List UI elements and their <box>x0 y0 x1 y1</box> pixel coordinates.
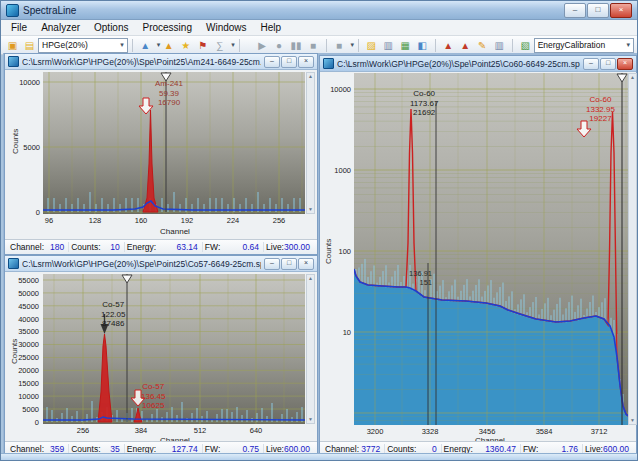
x-tick: 384 <box>126 426 156 435</box>
window-close-button[interactable]: × <box>617 58 633 70</box>
mdi-client-area: C:\Lsrm\Work\GP\HPGe(20%)\Spe\Point25\Am… <box>3 53 637 456</box>
peak-area: 87486 <box>101 319 125 329</box>
menu-bar: File Analyzer Options Processing Windows… <box>1 20 637 36</box>
start-acquisition-button[interactable]: ▶ <box>254 38 271 53</box>
maximize-button[interactable]: □ <box>587 3 609 18</box>
y-tick: 10000 <box>12 78 40 87</box>
peak-label-co60-main: Co-60 1173.67 21692 <box>410 89 438 118</box>
am241-peak <box>143 110 158 212</box>
record-button[interactable]: ● <box>271 38 288 53</box>
stop-all-dropdown-icon[interactable]: ▾ <box>350 41 354 49</box>
y-tick: 5000 <box>11 405 39 414</box>
cursor-marker[interactable] <box>617 74 627 82</box>
app-statusbar <box>1 453 637 460</box>
menu-processing[interactable]: Processing <box>136 22 199 33</box>
stop-button[interactable]: ■ <box>305 38 322 53</box>
cascade-spectra-icon[interactable]: ▣ <box>4 38 21 53</box>
window-titlebar-co57[interactable]: C:\Lsrm\Work\GP\HPGe(20%)\Spe\Point25\Co… <box>5 256 317 272</box>
window-maximize-button[interactable]: □ <box>281 258 297 270</box>
peak-nuclide: Co-60 <box>410 89 438 99</box>
x-tick: 3584 <box>529 427 559 436</box>
x-tick: 3712 <box>584 427 614 436</box>
stop-all-button[interactable]: ■ <box>330 38 347 53</box>
peak-nuclide: Co-57 <box>141 382 165 392</box>
window-titlebar-am241[interactable]: C:\Lsrm\Work\GP\HPGe(20%)\Spe\Point25\Am… <box>5 54 317 70</box>
peak-label-am241: Am-241 59.39 16790 <box>155 79 183 108</box>
menu-analyzer[interactable]: Analyzer <box>34 22 87 33</box>
spectrum-file-icon <box>8 258 19 269</box>
scroll-up-icon[interactable]: ▲ <box>307 275 314 282</box>
efficiency-icon[interactable]: ★ <box>177 38 194 53</box>
scroll-down-icon[interactable]: ▼ <box>629 417 636 424</box>
report-icon[interactable]: ▥ <box>491 38 508 53</box>
window-maximize-button[interactable]: □ <box>281 56 297 68</box>
save-spectrum-icon[interactable]: ▥ <box>380 38 397 53</box>
spectrum-plot-co57[interactable]: Co-57 122.05 87486 Co-57 136.45 10625 <box>43 274 305 424</box>
status-fw-label: FW: <box>205 242 220 252</box>
spectrum-window-co60: C:\Lsrm\Work\GP\HPGe(20%)\Spe\Point25\Co… <box>319 55 637 457</box>
scroll-up-icon[interactable]: ▲ <box>629 74 636 81</box>
close-button[interactable]: × <box>610 3 632 18</box>
menu-help[interactable]: Help <box>254 22 289 33</box>
calibration-icon[interactable]: ▧ <box>517 38 534 53</box>
status-live-value: 300.00 <box>284 242 310 252</box>
detector-select[interactable]: HPGe(20%)▾ <box>38 38 128 53</box>
pause-button[interactable]: ▮▮ <box>288 38 305 53</box>
scroll-down-icon[interactable]: ▼ <box>307 416 314 423</box>
x-tick: 160 <box>126 216 156 225</box>
peak-energy: 122.05 <box>101 310 125 320</box>
y-tick: 10 <box>323 328 351 337</box>
scroll-up-icon[interactable]: ▲ <box>307 73 314 80</box>
sum-icon[interactable]: ∑ <box>211 38 228 53</box>
peak-marker-icon[interactable]: ▲ <box>440 38 457 53</box>
identify-peaks-icon[interactable]: ▲ <box>137 38 154 53</box>
x-tick: 256 <box>68 426 98 435</box>
library-icon[interactable]: ▤ <box>21 38 38 53</box>
plot-scrollbar[interactable]: ▲ ▼ <box>628 73 637 425</box>
window-minimize-button[interactable]: – <box>264 258 280 270</box>
sum-dropdown-icon[interactable]: ▾ <box>231 41 235 49</box>
window-minimize-button[interactable]: – <box>583 58 599 70</box>
spectrum-plot-co60[interactable]: Co-60 1173.67 21692 Co-60 1332.95 19227 … <box>354 73 628 425</box>
window-title: C:\Lsrm\Work\GP\HPGe(20%)\Spe\Point25\Am… <box>22 57 261 67</box>
detector-select-value: HPGe(20%) <box>42 40 88 50</box>
minimize-button[interactable]: – <box>564 3 586 18</box>
plot-scrollbar[interactable]: ▲ ▼ <box>306 72 315 214</box>
peak-area: 16790 <box>155 98 183 108</box>
cursor-marker[interactable] <box>122 275 132 283</box>
edit-calibration-icon[interactable]: ✎ <box>474 38 491 53</box>
x-tick: 96 <box>34 216 64 225</box>
open-spectrum-icon[interactable]: ▨ <box>363 38 380 53</box>
peak-energy: 1332.95 <box>586 105 615 115</box>
x-tick: 256 <box>264 216 294 225</box>
menu-file[interactable]: File <box>4 22 34 33</box>
plot-scrollbar[interactable]: ▲ ▼ <box>306 274 315 424</box>
peak-fit-icon[interactable]: ▲ <box>457 38 474 53</box>
peak-search-icon[interactable]: ▲ <box>160 38 177 53</box>
peak-energy: 59.39 <box>155 89 183 99</box>
peak-nuclide: Am-241 <box>155 79 183 89</box>
status-channel-value: 180 <box>50 242 64 252</box>
app-titlebar[interactable]: SpectraLine – □ × <box>1 1 637 20</box>
menu-options[interactable]: Options <box>87 22 135 33</box>
window-maximize-button[interactable]: □ <box>600 58 616 70</box>
peak-area: 21692 <box>410 108 438 118</box>
calibration-select[interactable]: EnergyCalibration▾ <box>534 38 634 53</box>
y-tick: 50000 <box>11 289 39 298</box>
window-minimize-button[interactable]: – <box>264 56 280 68</box>
spectrum-file-icon <box>323 58 334 69</box>
peak-label-co57-main: Co-57 122.05 87486 <box>101 300 125 329</box>
window-close-button[interactable]: × <box>298 258 314 270</box>
export-icon[interactable]: ◧ <box>414 38 431 53</box>
nuclide-flag-icon[interactable]: ⚑ <box>194 38 211 53</box>
x-tick: 3328 <box>415 427 445 436</box>
spectrum-plot-am241[interactable]: Am-241 59.39 16790 <box>43 72 305 214</box>
window-close-button[interactable]: × <box>298 56 314 68</box>
y-tick: 15000 <box>11 379 39 388</box>
window-titlebar-co60[interactable]: C:\Lsrm\Work\GP\HPGe(20%)\Spe\Point25\Co… <box>320 56 636 72</box>
y-tick: 30000 <box>11 340 39 349</box>
image-icon[interactable]: ▦ <box>397 38 414 53</box>
menu-windows[interactable]: Windows <box>199 22 254 33</box>
status-fw-value: 0.64 <box>242 242 259 252</box>
scroll-down-icon[interactable]: ▼ <box>307 206 314 213</box>
